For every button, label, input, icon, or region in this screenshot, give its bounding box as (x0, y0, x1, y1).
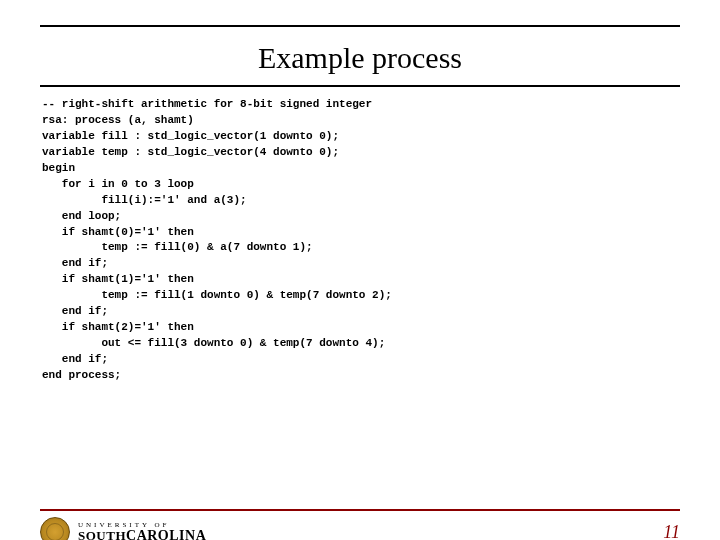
slide-title: Example process (40, 41, 680, 75)
footer: UNIVERSITY OF SOUTH CAROLINA 11 (40, 509, 680, 540)
footer-row: UNIVERSITY OF SOUTH CAROLINA 11 (40, 517, 680, 540)
code-block: -- right-shift arithmetic for 8-bit sign… (40, 87, 680, 384)
slide-container: Example process -- right-shift arithmeti… (0, 25, 720, 540)
logo-seal-icon (40, 517, 70, 540)
university-logo: UNIVERSITY OF SOUTH CAROLINA (40, 517, 206, 540)
page-number: 11 (663, 522, 680, 541)
logo-south-text: SOUTH (78, 529, 126, 541)
logo-carolina-text: CAROLINA (126, 529, 206, 541)
title-block: Example process (40, 27, 680, 85)
logo-text: UNIVERSITY OF SOUTH CAROLINA (78, 522, 206, 541)
bottom-divider (40, 509, 680, 511)
logo-bottom-text: SOUTH CAROLINA (78, 529, 206, 541)
